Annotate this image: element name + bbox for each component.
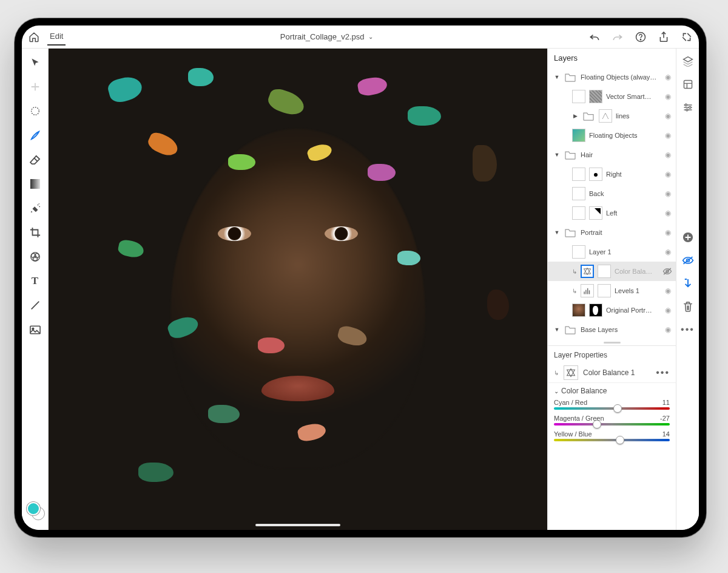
adjustment-section-title: Color Balance (561, 387, 607, 395)
slider-label: Cyan / Red (554, 399, 587, 406)
layer-group[interactable]: ▶ ╱╲ lines ◉ (548, 106, 676, 126)
layer-group[interactable]: ▼ Base Layers ◉ (548, 320, 676, 339)
help-icon[interactable] (633, 30, 648, 44)
visibility-icon[interactable]: ◉ (662, 209, 673, 217)
canvas[interactable] (49, 49, 547, 530)
expand-icon[interactable]: ▼ (554, 74, 560, 80)
type-tool-icon[interactable]: T (27, 273, 43, 289)
layer-group[interactable]: ▼ Floating Objects (alway… ◉ (548, 67, 676, 87)
artwork-fleck (146, 130, 181, 159)
lasso-tool-icon[interactable] (27, 103, 43, 119)
home-icon[interactable] (27, 30, 41, 44)
home-indicator[interactable] (255, 524, 340, 526)
layer-item[interactable]: Vector Smart… ◉ (548, 87, 676, 106)
visibility-icon[interactable]: ◉ (662, 325, 673, 334)
svg-point-23 (685, 104, 687, 106)
visibility-icon[interactable]: ◉ (662, 151, 673, 159)
more-options-icon[interactable]: ••• (656, 367, 670, 378)
artwork-fleck (368, 164, 396, 181)
artwork-lips (261, 376, 334, 401)
layer-item[interactable]: Layer 1 ◉ (548, 242, 676, 262)
move-tool-icon[interactable] (27, 55, 43, 70)
artwork-fleck (138, 463, 174, 482)
eraser-tool-icon[interactable] (27, 152, 43, 168)
layer-thumbnail (572, 303, 585, 317)
move-down-icon[interactable] (681, 277, 695, 290)
place-image-icon[interactable] (27, 322, 43, 337)
expand-icon[interactable]: ▶ (572, 113, 578, 119)
transform-tool-icon[interactable] (27, 79, 43, 95)
foreground-background-color[interactable] (27, 502, 44, 519)
top-bar: Edit Portrait_Collage_v2.psd ⌄ (22, 25, 699, 49)
layer-item[interactable]: Floating Objects ◉ (548, 126, 676, 145)
visibility-icon[interactable]: ◉ (662, 170, 673, 178)
document-title[interactable]: Portrait_Collage_v2.psd (280, 32, 365, 41)
expand-icon[interactable]: ▼ (554, 229, 560, 236)
folder-icon (564, 148, 577, 161)
layer-group[interactable]: ▼ Hair ◉ (548, 145, 676, 164)
visibility-icon[interactable]: ◉ (662, 189, 673, 198)
chevron-down-icon[interactable]: ⌄ (368, 33, 373, 40)
layer-item[interactable]: Left ◉ (548, 203, 676, 223)
redo-icon[interactable] (610, 30, 625, 44)
more-icon[interactable]: ••• (681, 323, 695, 336)
layer-thumbnail: ╱╲ (599, 109, 612, 123)
visibility-icon[interactable]: ◉ (662, 286, 673, 295)
brush-tool-icon[interactable] (27, 127, 43, 143)
visibility-icon[interactable]: ◉ (662, 73, 673, 81)
visibility-icon[interactable]: ◉ (662, 306, 673, 314)
layers-icon[interactable] (681, 55, 695, 68)
adjustments-icon[interactable] (681, 101, 695, 114)
panel-resize-handle[interactable] (548, 339, 676, 345)
edit-menu[interactable]: Edit (47, 28, 66, 46)
chevron-down-icon[interactable]: ⌄ (554, 388, 559, 395)
add-layer-icon[interactable] (681, 231, 695, 244)
artwork-fleck (106, 73, 144, 104)
artwork-fleck (117, 239, 145, 259)
folder-icon (564, 226, 577, 239)
layer-mask-thumbnail (598, 284, 611, 297)
slider-value: 11 (662, 399, 670, 406)
visibility-icon[interactable]: ◉ (662, 131, 673, 140)
layer-name: Base Layers (581, 326, 659, 333)
adjustment-thumbnail (581, 265, 594, 278)
undo-icon[interactable] (587, 30, 602, 44)
heal-tool-icon[interactable] (27, 200, 43, 216)
foreground-color-swatch[interactable] (27, 502, 40, 515)
visibility-icon[interactable]: ◉ (662, 228, 673, 237)
visibility-icon[interactable]: ◉ (662, 112, 673, 120)
properties-icon[interactable] (681, 78, 695, 91)
crop-tool-icon[interactable] (27, 225, 43, 240)
visibility-icon[interactable]: ◉ (662, 248, 673, 256)
svg-rect-17 (585, 290, 586, 294)
layer-thumbnail (572, 206, 585, 220)
artwork-fleck (397, 251, 420, 265)
magenta-green-slider[interactable]: Magenta / Green-27 (554, 415, 670, 426)
layer-item[interactable]: Original Portr… ◉ (548, 300, 676, 320)
layer-item[interactable]: Back ◉ (548, 184, 676, 203)
layer-name: Portrait (581, 229, 659, 236)
adjust-tool-icon[interactable] (27, 249, 43, 265)
svg-point-2 (31, 107, 39, 115)
expand-icon[interactable]: ▼ (554, 152, 560, 158)
share-icon[interactable] (656, 30, 671, 44)
expand-icon[interactable]: ▼ (554, 327, 560, 333)
delete-layer-icon[interactable] (681, 300, 695, 313)
yellow-blue-slider[interactable]: Yellow / Blue14 (554, 430, 670, 441)
svg-point-25 (686, 109, 687, 110)
layer-item-selected[interactable]: ↳ Color Bala… (548, 262, 676, 281)
visibility-hidden-icon[interactable] (662, 267, 673, 276)
layers-list[interactable]: ▼ Floating Objects (alway… ◉ Vector Smar… (548, 67, 676, 339)
cyan-red-slider[interactable]: Cyan / Red11 (554, 399, 670, 410)
hide-layer-icon[interactable] (681, 254, 695, 267)
visibility-icon[interactable]: ◉ (662, 92, 673, 101)
fullscreen-icon[interactable] (679, 30, 694, 44)
line-tool-icon[interactable] (27, 297, 43, 313)
layer-thumbnail (572, 187, 585, 200)
folder-icon (564, 323, 577, 336)
layer-name: Original Portr… (606, 307, 659, 314)
layer-item[interactable]: ↳ Levels 1 ◉ (548, 281, 676, 300)
layer-group[interactable]: ▼ Portrait ◉ (548, 223, 676, 242)
layer-item[interactable]: Right ◉ (548, 164, 676, 184)
gradient-tool-icon[interactable] (27, 176, 43, 192)
